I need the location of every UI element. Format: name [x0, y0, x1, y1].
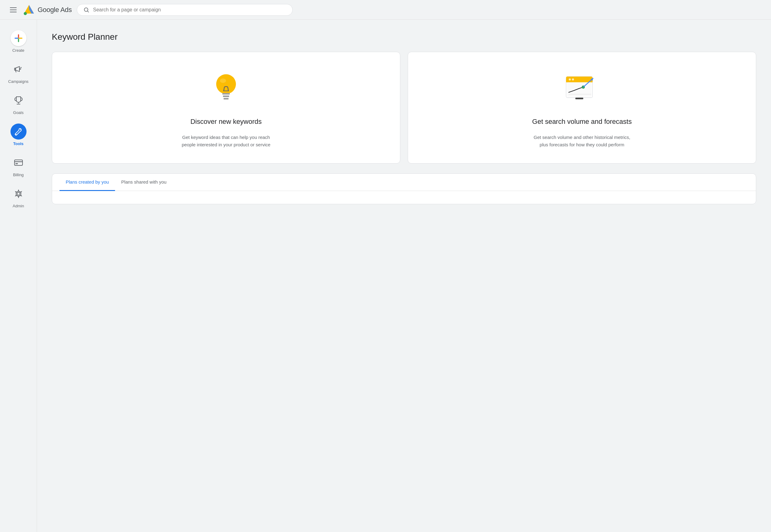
plans-tabs: Plans created by you Plans shared with y… [52, 174, 756, 191]
create-icon-wrap [10, 30, 26, 46]
sidebar-item-campaigns[interactable]: Campaigns [0, 58, 37, 87]
svg-rect-22 [15, 163, 18, 164]
main-content: Keyword Planner [37, 20, 771, 532]
search-volume-title: Get search volume and forecasts [532, 117, 632, 126]
google-ads-logo-icon [23, 4, 35, 16]
logo-container: Google Ads [23, 4, 72, 16]
goals-icon-wrap [10, 92, 26, 108]
svg-rect-35 [567, 82, 592, 96]
search-bar[interactable] [77, 4, 293, 16]
discover-keywords-desc: Get keyword ideas that can help you reac… [177, 134, 275, 148]
search-volume-desc: Get search volume and other historical m… [532, 134, 631, 148]
tab-plans-shared-with-you[interactable]: Plans shared with you [115, 174, 173, 191]
sidebar-item-billing[interactable]: Billing [0, 152, 37, 180]
tab-plans-created-by-you[interactable]: Plans created by you [59, 174, 115, 191]
svg-point-18 [15, 134, 16, 135]
page-title: Keyword Planner [52, 32, 756, 42]
app-header: Google Ads [0, 0, 771, 20]
discover-keywords-card[interactable]: Discover new keywords Get keyword ideas … [52, 52, 400, 164]
billing-icon-wrap [10, 155, 26, 171]
header-left: Google Ads [7, 4, 72, 16]
sidebar-item-admin[interactable]: Admin [0, 183, 37, 211]
app-title: Google Ads [38, 6, 72, 14]
sidebar-item-goals[interactable]: Goals [0, 89, 37, 118]
search-volume-card[interactable]: Get search volume and forecasts Get sear… [408, 52, 756, 164]
sidebar-item-billing-label: Billing [13, 173, 24, 177]
sidebar-item-create-label: Create [12, 48, 24, 53]
search-icon [83, 7, 89, 13]
sidebar-item-campaigns-label: Campaigns [8, 79, 29, 84]
sidebar-item-goals-label: Goals [13, 110, 24, 115]
svg-rect-40 [575, 98, 584, 99]
admin-icon-wrap [10, 186, 26, 202]
svg-point-23 [17, 193, 20, 195]
megaphone-icon [14, 65, 23, 74]
menu-button[interactable] [7, 5, 19, 15]
chart-forecast-icon [563, 67, 601, 110]
creditcard-icon [14, 159, 23, 166]
svg-rect-28 [223, 95, 229, 97]
svg-line-19 [20, 129, 21, 130]
sidebar-item-tools-label: Tools [13, 141, 24, 146]
svg-point-34 [572, 78, 574, 80]
sidebar-item-create[interactable]: Create [0, 27, 37, 56]
campaigns-icon-wrap [10, 61, 26, 77]
svg-rect-29 [224, 98, 229, 99]
lightbulb-icon [208, 67, 245, 110]
sidebar-item-admin-label: Admin [13, 204, 24, 208]
discover-keywords-title: Discover new keywords [190, 117, 262, 126]
gear-icon [14, 189, 23, 198]
search-input[interactable] [93, 7, 286, 13]
sidebar: Create Campaigns [0, 20, 37, 532]
wrench-icon [14, 128, 22, 136]
cards-grid: Discover new keywords Get keyword ideas … [52, 52, 756, 164]
svg-rect-20 [14, 160, 22, 165]
main-layout: Create Campaigns [0, 20, 771, 532]
svg-point-2 [24, 12, 27, 15]
trophy-icon [14, 96, 23, 105]
tools-icon-wrap [10, 124, 26, 140]
svg-point-33 [569, 78, 571, 80]
sidebar-item-tools[interactable]: Tools [0, 120, 37, 149]
plus-multicolor-icon [14, 34, 23, 43]
plans-panel: Plans created by you Plans shared with y… [52, 173, 756, 204]
svg-rect-27 [222, 93, 230, 95]
svg-line-4 [88, 11, 89, 12]
svg-point-25 [220, 79, 226, 83]
